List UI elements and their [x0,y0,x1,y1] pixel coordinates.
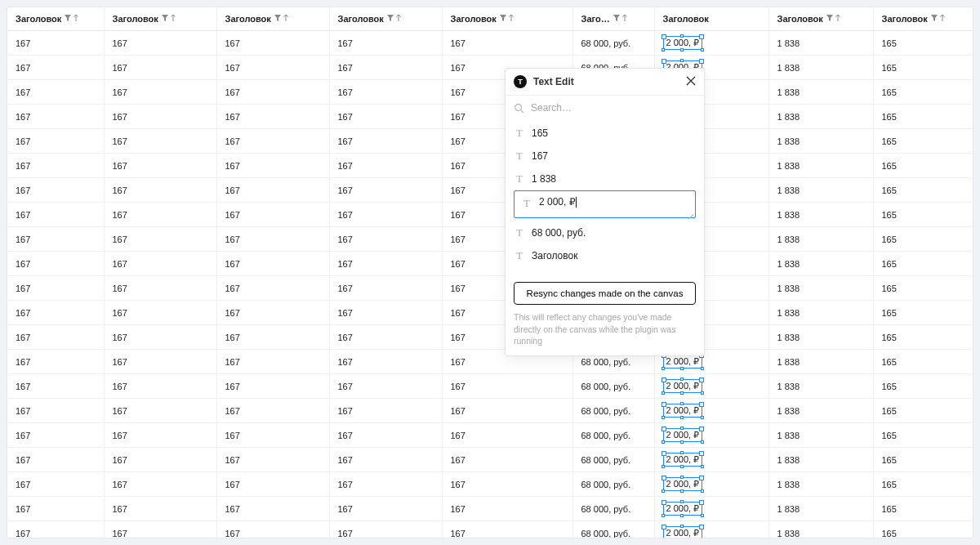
table-cell[interactable]: 165 [873,31,973,56]
table-cell[interactable]: 167 [216,129,329,154]
table-cell[interactable]: 167 [329,154,442,178]
selected-text-node[interactable]: 2 000, ₽ [663,453,703,467]
table-cell[interactable]: 165 [873,105,973,129]
table-cell[interactable]: 167 [442,399,572,423]
table-cell[interactable]: 167 [329,56,442,80]
table-cell[interactable]: 167 [104,472,216,497]
selected-text-node[interactable]: 2 000, ₽ [663,526,703,538]
table-cell[interactable]: 165 [873,448,973,472]
table-cell[interactable]: 167 [104,129,216,154]
filter-icon[interactable] [65,15,71,23]
table-cell[interactable]: 1 838 [768,80,873,105]
table-cell[interactable]: 167 [216,374,329,399]
table-cell[interactable]: 167 [329,227,442,252]
table-cell[interactable]: 167 [329,178,442,203]
table-cell[interactable]: 167 [7,105,104,129]
table-cell[interactable]: 1 838 [768,521,873,539]
table-cell[interactable]: 167 [7,374,104,399]
table-cell[interactable]: 165 [873,325,973,350]
table-cell[interactable]: 165 [873,154,973,178]
column-header[interactable]: Заголовок [329,7,442,31]
table-cell[interactable]: 165 [873,423,973,448]
column-header[interactable]: Заголовок [873,7,973,31]
table-cell[interactable]: 167 [104,203,216,227]
selected-text-node[interactable]: 2 000, ₽ [663,36,703,50]
table-cell[interactable]: 165 [873,301,973,325]
filter-icon[interactable] [387,15,394,23]
selected-text-node[interactable]: 2 000, ₽ [663,404,703,418]
selected-text-node[interactable]: 2 000, ₽ [663,502,703,516]
table-cell[interactable]: 167 [104,276,216,301]
sort-up-icon[interactable] [395,15,402,23]
table-cell[interactable]: 68 000, руб. [572,521,654,539]
table-cell[interactable]: 167 [7,325,104,350]
text-list-item[interactable]: T167 [506,145,704,168]
table-cell[interactable]: 1 838 [768,497,873,521]
table-cell[interactable]: 2 000, ₽ [654,448,768,472]
table-cell[interactable]: 165 [873,252,973,276]
filter-icon[interactable] [162,15,168,23]
table-cell[interactable]: 167 [104,31,216,56]
table-cell[interactable]: 167 [216,350,329,374]
table-cell[interactable]: 1 838 [768,154,873,178]
table-cell[interactable]: 165 [873,178,973,203]
table-cell[interactable]: 167 [216,80,329,105]
table-cell[interactable]: 2 000, ₽ [654,521,768,539]
table-cell[interactable]: 165 [873,276,973,301]
table-cell[interactable]: 167 [442,472,572,497]
table-cell[interactable]: 167 [329,350,442,374]
table-cell[interactable]: 167 [216,448,329,472]
table-cell[interactable]: 1 838 [768,423,873,448]
table-cell[interactable]: 167 [7,301,104,325]
table-cell[interactable]: 167 [329,399,442,423]
table-cell[interactable]: 167 [104,350,216,374]
table-cell[interactable]: 165 [873,497,973,521]
table-cell[interactable]: 165 [873,374,973,399]
table-cell[interactable]: 68 000, руб. [572,497,654,521]
table-cell[interactable]: 167 [7,423,104,448]
table-cell[interactable]: 2 000, ₽ [654,472,768,497]
table-cell[interactable]: 167 [329,31,442,56]
column-header[interactable]: Заголовок [442,7,572,31]
table-cell[interactable]: 167 [104,301,216,325]
table-cell[interactable]: 167 [104,252,216,276]
column-header[interactable]: Заголовок [7,7,104,31]
table-cell[interactable]: 2 000, ₽ [654,399,768,423]
table-cell[interactable]: 167 [7,227,104,252]
table-cell[interactable]: 1 838 [768,399,873,423]
sort-up-icon[interactable] [170,15,176,23]
table-cell[interactable]: 1 838 [768,374,873,399]
table-cell[interactable]: 167 [104,448,216,472]
resync-button[interactable]: Resync changes made on the canvas [514,282,696,305]
table-cell[interactable]: 167 [442,374,572,399]
table-cell[interactable]: 167 [104,497,216,521]
sort-up-icon[interactable] [621,15,628,23]
table-cell[interactable]: 167 [7,350,104,374]
close-button[interactable] [686,76,696,87]
table-cell[interactable]: 68 000, руб. [572,31,654,56]
column-header[interactable]: Заго… [572,7,654,31]
table-cell[interactable]: 68 000, руб. [572,374,654,399]
table-cell[interactable]: 167 [7,129,104,154]
table-cell[interactable]: 167 [329,301,442,325]
table-cell[interactable]: 2 000, ₽ [654,374,768,399]
table-cell[interactable]: 167 [216,105,329,129]
table-cell[interactable]: 167 [442,521,572,539]
table-cell[interactable]: 167 [216,521,329,539]
table-cell[interactable]: 167 [104,56,216,80]
table-cell[interactable]: 167 [216,178,329,203]
sort-up-icon[interactable] [508,15,514,23]
resize-handle-icon[interactable] [687,209,693,216]
table-cell[interactable]: 167 [104,325,216,350]
sort-up-icon[interactable] [73,15,79,23]
table-cell[interactable]: 167 [442,497,572,521]
filter-icon[interactable] [613,15,620,23]
table-cell[interactable]: 167 [7,203,104,227]
table-cell[interactable]: 2 000, ₽ [654,497,768,521]
text-list-item-editing[interactable]: T2 000, ₽ [506,190,704,221]
table-cell[interactable]: 1 838 [768,227,873,252]
table-cell[interactable]: 1 838 [768,203,873,227]
sort-up-icon[interactable] [835,15,841,23]
table-cell[interactable]: 167 [216,497,329,521]
column-header[interactable]: Заголовок [654,7,768,31]
